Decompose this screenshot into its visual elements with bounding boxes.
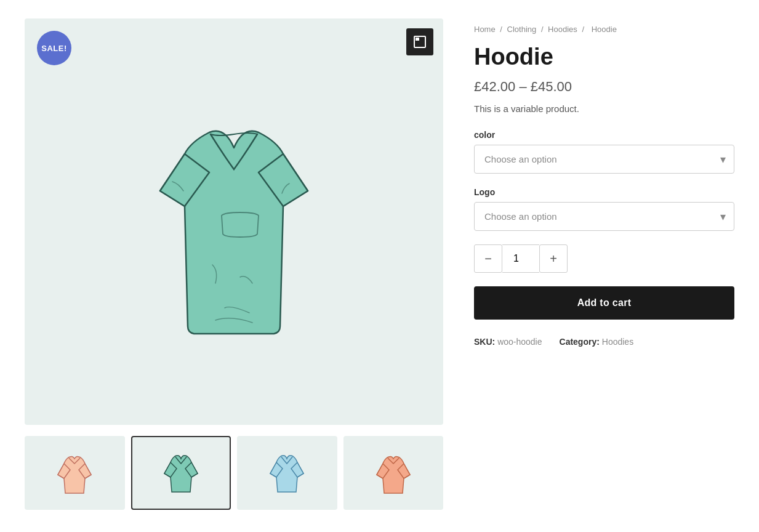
logo-select-wrapper: Choose an option Yes No ▾: [474, 202, 734, 231]
logo-label: Logo: [474, 187, 734, 197]
quantity-input[interactable]: [502, 244, 539, 273]
quantity-row: − +: [474, 244, 734, 273]
svg-rect-1: [416, 38, 419, 41]
thumbnail-2[interactable]: [131, 436, 231, 510]
breadcrumb: Home / Clothing / Hoodies / Hoodie: [474, 25, 734, 34]
quantity-decrease-button[interactable]: −: [474, 244, 502, 273]
sale-badge: SALE!: [37, 31, 71, 65]
expand-image-button[interactable]: [406, 28, 433, 55]
color-variation-group: color Choose an option Red Green Blue ▾: [474, 130, 734, 174]
product-description: This is a variable product.: [474, 103, 734, 114]
breadcrumb-home[interactable]: Home: [474, 25, 496, 34]
breadcrumb-clothing[interactable]: Clothing: [507, 25, 537, 34]
color-label: color: [474, 130, 734, 140]
sku-value: woo-hoodie: [497, 337, 542, 347]
add-to-cart-button[interactable]: Add to cart: [474, 286, 734, 320]
logo-select[interactable]: Choose an option Yes No: [474, 202, 734, 231]
breadcrumb-hoodies[interactable]: Hoodies: [548, 25, 577, 34]
breadcrumb-sep-3: /: [582, 25, 586, 34]
product-meta: SKU: woo-hoodie Category: Hoodies: [474, 337, 734, 347]
product-info: Home / Clothing / Hoodies / Hoodie Hoodi…: [474, 18, 734, 347]
product-title: Hoodie: [474, 44, 734, 70]
product-price: £42.00 – £45.00: [474, 79, 734, 95]
breadcrumb-sep-2: /: [541, 25, 545, 34]
color-select[interactable]: Choose an option Red Green Blue: [474, 145, 734, 174]
category-label: Category:: [560, 337, 600, 347]
logo-variation-group: Logo Choose an option Yes No ▾: [474, 187, 734, 231]
breadcrumb-current: Hoodie: [592, 25, 617, 34]
category-info: Category: Hoodies: [560, 337, 634, 347]
category-link[interactable]: Hoodies: [602, 337, 633, 347]
color-select-wrapper: Choose an option Red Green Blue ▾: [474, 145, 734, 174]
thumbnail-4[interactable]: [343, 436, 444, 510]
sku-label: SKU:: [474, 337, 495, 347]
thumbnail-1[interactable]: [25, 436, 125, 510]
breadcrumb-sep-1: /: [500, 25, 504, 34]
quantity-increase-button[interactable]: +: [539, 244, 568, 273]
thumbnail-3[interactable]: [237, 436, 337, 510]
sku-info: SKU: woo-hoodie: [474, 337, 542, 347]
product-gallery: SALE!: [25, 18, 443, 510]
thumbnail-strip: [25, 436, 443, 510]
main-image: SALE!: [25, 18, 443, 425]
product-image: [117, 92, 351, 351]
